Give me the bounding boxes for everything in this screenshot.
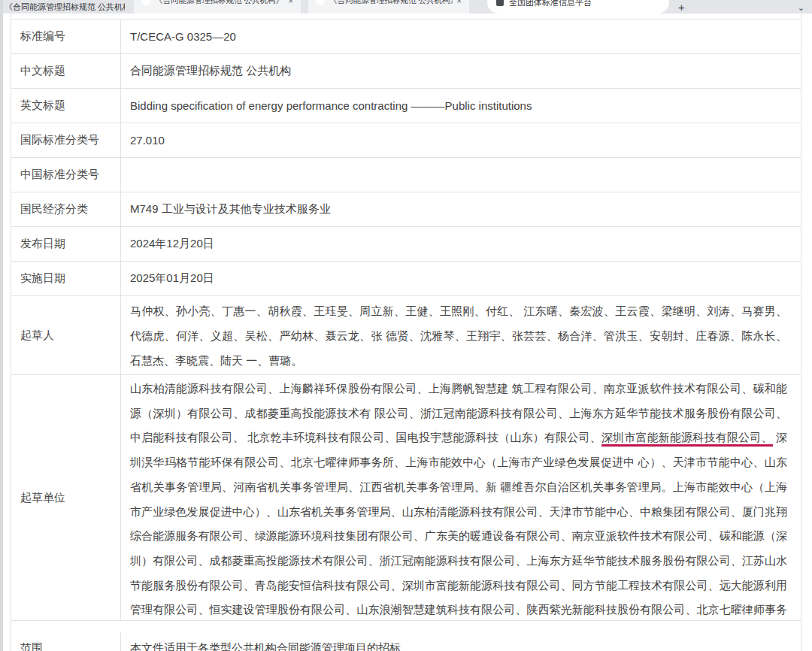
row-value: T/CECA-G 0325—20	[121, 20, 801, 53]
tab-title: 《合同能源管理招标规范 公共机构》	[329, 0, 453, 6]
window-left-edge	[0, 0, 3, 651]
row-label: 起草人	[11, 296, 121, 374]
search-box-text: 全国团体标准信息平台	[509, 0, 592, 8]
table-row-drafting-units: 起草单位 山东柏清能源科技有限公司、上海麟祥环保股份有限公司、上海腾帆智慧建 筑…	[11, 375, 801, 621]
row-label: 中国标准分类号	[11, 158, 121, 192]
row-label: 中文标题	[11, 54, 121, 88]
row-value: 合同能源管理招标规范 公共机构	[121, 54, 801, 88]
row-value: 2025年01月20日	[121, 262, 801, 295]
table-row-ccs-number: 中国标准分类号	[11, 158, 801, 192]
row-value: 本文件适用于各类型公共机构合同能源管理项目的招标	[121, 632, 801, 651]
row-value: 2024年12月20日	[121, 227, 801, 261]
browser-tab-1[interactable]: 《合同能源管理招标规范 公共机构》 ×	[134, 0, 301, 14]
table-row-english-title: 英文标题 Bidding specification of energy per…	[11, 89, 801, 123]
row-label: 范围	[11, 632, 121, 651]
units-text-after: 深圳淏华玛格节能环保有限公司、北京七曜律师事务所、上海市能效中心（上海市产业绿色…	[130, 431, 787, 620]
browser-tab-2[interactable]: 《合同能源管理招标规范 公共机构》 ×	[308, 0, 469, 14]
standard-detail-table: 标准编号 T/CECA-G 0325—20 中文标题 合同能源管理招标规范 公共…	[11, 14, 801, 651]
table-row-ics-number: 国际标准分类号 27.010	[11, 123, 801, 158]
row-value	[121, 158, 801, 192]
row-value: M749 工业与设计及其他专业技术服务业	[121, 192, 801, 226]
row-label: 国际标准分类号	[11, 123, 121, 157]
new-tab-button[interactable]: +	[678, 2, 685, 13]
table-row-drafters: 起草人 马仲权、孙小亮、丁惠一、胡秋霞、王珏旻、周立新、王健、王照刚、付红、 江…	[11, 296, 801, 375]
table-row-clipped	[11, 14, 801, 20]
row-value: 山东柏清能源科技有限公司、上海麟祥环保股份有限公司、上海腾帆智慧建 筑工程有限公…	[121, 375, 801, 620]
row-label: 国民经济分类	[11, 192, 121, 226]
chevron-down-icon[interactable]: ⌄	[798, 3, 804, 13]
table-row-chinese-title: 中文标题 合同能源管理招标规范 公共机构	[11, 54, 801, 89]
tab-close-icon[interactable]: ×	[289, 0, 293, 5]
tab-favicon-icon	[316, 0, 325, 5]
row-label: 起草单位	[11, 375, 121, 620]
row-value: 27.010	[121, 123, 801, 157]
table-row-implement-date: 实施日期 2025年01月20日	[11, 262, 801, 296]
search-favicon-icon	[496, 0, 504, 6]
table-row-publish-date: 发布日期 2024年12月20日	[11, 227, 801, 262]
table-row-economy-class: 国民经济分类 M749 工业与设计及其他专业技术服务业	[11, 192, 801, 227]
row-label: 发布日期	[11, 227, 121, 261]
tab-close-icon[interactable]: ×	[457, 0, 462, 5]
row-label: 英文标题	[11, 89, 121, 123]
row-label: 标准编号	[11, 20, 121, 53]
row-value: Bidding specification of energy performa…	[121, 89, 801, 123]
tab-title: 《合同能源管理招标规范 公共机构》	[155, 0, 284, 6]
table-row-standard-number: 标准编号 T/CECA-G 0325—20	[11, 20, 801, 54]
row-label: 实施日期	[11, 262, 121, 295]
tab-strip-inner: 《合同能源管理招标规范 公共机构》 × 《合同能源管理招标规范 公共机构》 × …	[0, 0, 812, 14]
browser-tab-strip: 《合同能源管理招标规范 公共机构》 《合同能源管理招标规范 公共机构》 × 《合…	[0, 0, 812, 14]
red-underlined-company: 深圳市富能新能源科技有限公司、	[601, 431, 773, 447]
tab-favicon-icon	[141, 0, 150, 5]
browser-search-box[interactable]: 全国团体标准信息平台	[487, 0, 669, 14]
row-value: 马仲权、孙小亮、丁惠一、胡秋霞、王珏旻、周立新、王健、王照刚、付红、 江东曙、秦…	[121, 296, 801, 374]
page: 《合同能源管理招标规范 公共机构》 《合同能源管理招标规范 公共机构》 × 《合…	[0, 0, 812, 651]
table-row-scope: 范围 本文件适用于各类型公共机构合同能源管理项目的招标	[11, 621, 801, 651]
